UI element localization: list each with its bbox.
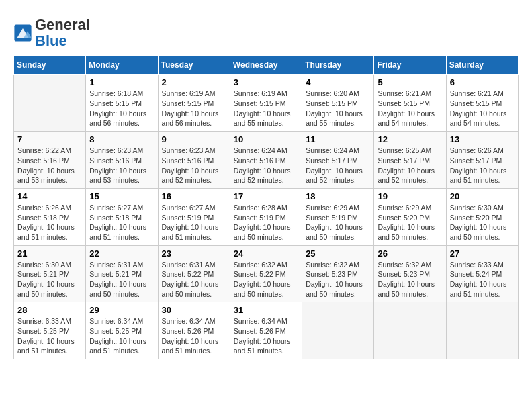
calendar-cell: 31Sunrise: 6:34 AMSunset: 5:26 PMDayligh… [230, 302, 302, 359]
calendar-cell: 30Sunrise: 6:34 AMSunset: 5:26 PMDayligh… [158, 302, 230, 359]
weekday-header-wednesday: Wednesday [230, 56, 302, 75]
day-number: 8 [89, 134, 154, 144]
day-number: 12 [378, 134, 442, 144]
calendar-cell: 20Sunrise: 6:30 AMSunset: 5:20 PMDayligh… [446, 188, 518, 245]
calendar-week-row: 1Sunrise: 6:18 AMSunset: 5:15 PMDaylight… [14, 75, 519, 132]
day-info: Sunrise: 6:32 AMSunset: 5:23 PMDaylight:… [378, 260, 442, 300]
calendar-week-row: 14Sunrise: 6:26 AMSunset: 5:18 PMDayligh… [14, 188, 519, 245]
day-info: Sunrise: 6:20 AMSunset: 5:15 PMDaylight:… [306, 89, 370, 128]
day-info: Sunrise: 6:23 AMSunset: 5:16 PMDaylight:… [89, 146, 154, 185]
calendar-cell: 16Sunrise: 6:27 AMSunset: 5:19 PMDayligh… [158, 188, 230, 245]
day-info: Sunrise: 6:24 AMSunset: 5:17 PMDaylight:… [306, 146, 370, 185]
weekday-header-friday: Friday [374, 56, 446, 75]
calendar-cell: 28Sunrise: 6:33 AMSunset: 5:25 PMDayligh… [14, 302, 86, 359]
calendar-week-row: 21Sunrise: 6:30 AMSunset: 5:21 PMDayligh… [14, 245, 519, 302]
day-info: Sunrise: 6:26 AMSunset: 5:17 PMDaylight:… [450, 146, 515, 185]
weekday-header-sunday: Sunday [14, 56, 86, 75]
day-number: 9 [162, 134, 226, 144]
day-info: Sunrise: 6:34 AMSunset: 5:26 PMDaylight:… [234, 316, 298, 356]
day-number: 30 [162, 305, 226, 315]
day-info: Sunrise: 6:31 AMSunset: 5:22 PMDaylight:… [162, 260, 226, 300]
calendar-cell: 21Sunrise: 6:30 AMSunset: 5:21 PMDayligh… [14, 245, 86, 302]
logo-text: GeneralBlue [35, 17, 90, 49]
day-number: 17 [234, 191, 298, 201]
calendar-cell: 19Sunrise: 6:29 AMSunset: 5:20 PMDayligh… [374, 188, 446, 245]
calendar-cell: 15Sunrise: 6:27 AMSunset: 5:18 PMDayligh… [86, 188, 158, 245]
calendar-week-row: 28Sunrise: 6:33 AMSunset: 5:25 PMDayligh… [14, 302, 519, 359]
day-number: 29 [89, 305, 154, 315]
calendar-cell: 3Sunrise: 6:19 AMSunset: 5:15 PMDaylight… [230, 75, 302, 132]
calendar-cell: 2Sunrise: 6:19 AMSunset: 5:15 PMDaylight… [158, 75, 230, 132]
calendar-cell [374, 302, 446, 359]
calendar-cell: 9Sunrise: 6:23 AMSunset: 5:16 PMDaylight… [158, 132, 230, 189]
day-number: 15 [89, 191, 154, 201]
logo-icon [13, 24, 32, 42]
page-header: GeneralBlue [13, 13, 519, 49]
day-info: Sunrise: 6:28 AMSunset: 5:19 PMDaylight:… [234, 203, 298, 242]
calendar-cell: 26Sunrise: 6:32 AMSunset: 5:23 PMDayligh… [374, 245, 446, 302]
day-info: Sunrise: 6:26 AMSunset: 5:18 PMDaylight:… [17, 203, 82, 242]
calendar-cell: 4Sunrise: 6:20 AMSunset: 5:15 PMDaylight… [302, 75, 374, 132]
day-info: Sunrise: 6:34 AMSunset: 5:26 PMDaylight:… [162, 316, 226, 356]
calendar-table: SundayMondayTuesdayWednesdayThursdayFrid… [13, 56, 519, 359]
calendar-cell: 17Sunrise: 6:28 AMSunset: 5:19 PMDayligh… [230, 188, 302, 245]
day-info: Sunrise: 6:25 AMSunset: 5:17 PMDaylight:… [378, 146, 442, 185]
day-info: Sunrise: 6:24 AMSunset: 5:16 PMDaylight:… [234, 146, 298, 185]
calendar-cell: 7Sunrise: 6:22 AMSunset: 5:16 PMDaylight… [14, 132, 86, 189]
day-info: Sunrise: 6:27 AMSunset: 5:19 PMDaylight:… [162, 203, 226, 242]
day-number: 24 [234, 248, 298, 259]
day-number: 6 [450, 77, 515, 87]
day-number: 23 [162, 248, 226, 259]
day-info: Sunrise: 6:21 AMSunset: 5:15 PMDaylight:… [378, 89, 442, 128]
day-number: 19 [378, 191, 442, 201]
day-number: 21 [17, 248, 82, 259]
day-number: 28 [17, 305, 82, 315]
calendar-cell: 11Sunrise: 6:24 AMSunset: 5:17 PMDayligh… [302, 132, 374, 189]
calendar-cell: 18Sunrise: 6:29 AMSunset: 5:19 PMDayligh… [302, 188, 374, 245]
calendar-cell [14, 75, 86, 132]
day-info: Sunrise: 6:33 AMSunset: 5:24 PMDaylight:… [450, 260, 515, 300]
day-info: Sunrise: 6:19 AMSunset: 5:15 PMDaylight:… [162, 89, 226, 128]
calendar-cell: 14Sunrise: 6:26 AMSunset: 5:18 PMDayligh… [14, 188, 86, 245]
day-info: Sunrise: 6:18 AMSunset: 5:15 PMDaylight:… [89, 89, 154, 128]
day-number: 20 [450, 191, 515, 201]
calendar-cell: 27Sunrise: 6:33 AMSunset: 5:24 PMDayligh… [446, 245, 518, 302]
weekday-header-row: SundayMondayTuesdayWednesdayThursdayFrid… [14, 56, 519, 75]
day-info: Sunrise: 6:30 AMSunset: 5:21 PMDaylight:… [17, 260, 82, 300]
day-info: Sunrise: 6:29 AMSunset: 5:20 PMDaylight:… [378, 203, 442, 242]
weekday-header-tuesday: Tuesday [158, 56, 230, 75]
day-info: Sunrise: 6:23 AMSunset: 5:16 PMDaylight:… [162, 146, 226, 185]
day-number: 4 [306, 77, 370, 87]
weekday-header-monday: Monday [86, 56, 158, 75]
day-info: Sunrise: 6:33 AMSunset: 5:25 PMDaylight:… [17, 316, 82, 356]
calendar-cell: 10Sunrise: 6:24 AMSunset: 5:16 PMDayligh… [230, 132, 302, 189]
day-info: Sunrise: 6:34 AMSunset: 5:25 PMDaylight:… [89, 316, 154, 356]
day-number: 22 [89, 248, 154, 259]
calendar-cell [446, 302, 518, 359]
calendar-cell: 8Sunrise: 6:23 AMSunset: 5:16 PMDaylight… [86, 132, 158, 189]
day-info: Sunrise: 6:22 AMSunset: 5:16 PMDaylight:… [17, 146, 82, 185]
day-info: Sunrise: 6:32 AMSunset: 5:23 PMDaylight:… [306, 260, 370, 300]
day-info: Sunrise: 6:21 AMSunset: 5:15 PMDaylight:… [450, 89, 515, 128]
day-info: Sunrise: 6:31 AMSunset: 5:21 PMDaylight:… [89, 260, 154, 300]
weekday-header-thursday: Thursday [302, 56, 374, 75]
calendar-cell: 29Sunrise: 6:34 AMSunset: 5:25 PMDayligh… [86, 302, 158, 359]
day-number: 2 [162, 77, 226, 87]
day-number: 13 [450, 134, 515, 144]
calendar-cell: 6Sunrise: 6:21 AMSunset: 5:15 PMDaylight… [446, 75, 518, 132]
weekday-header-saturday: Saturday [446, 56, 518, 75]
logo: GeneralBlue [13, 17, 90, 49]
day-info: Sunrise: 6:19 AMSunset: 5:15 PMDaylight:… [234, 89, 298, 128]
day-number: 14 [17, 191, 82, 201]
day-number: 11 [306, 134, 370, 144]
calendar-cell: 12Sunrise: 6:25 AMSunset: 5:17 PMDayligh… [374, 132, 446, 189]
day-info: Sunrise: 6:30 AMSunset: 5:20 PMDaylight:… [450, 203, 515, 242]
day-number: 10 [234, 134, 298, 144]
day-number: 26 [378, 248, 442, 259]
day-number: 16 [162, 191, 226, 201]
calendar-cell: 24Sunrise: 6:32 AMSunset: 5:22 PMDayligh… [230, 245, 302, 302]
day-number: 5 [378, 77, 442, 87]
day-number: 27 [450, 248, 515, 259]
calendar-cell [302, 302, 374, 359]
day-number: 18 [306, 191, 370, 201]
